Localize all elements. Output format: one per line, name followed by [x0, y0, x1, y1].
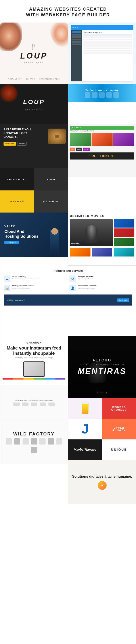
- prod-name-4: Professional Services: [78, 285, 96, 287]
- todo-site: ✓ to do list Things To Do in London & Be…: [68, 124, 136, 177]
- prod-text-1: Cloud & Hosting Reliable cloud hosting s…: [12, 276, 41, 280]
- loup-nav-restaurant[interactable]: RESTAURANT: [8, 78, 22, 80]
- left-col-5: MAMARULA Make your Instagram feed instan…: [0, 336, 68, 504]
- saas-table-row-6: [83, 48, 132, 49]
- loup-nav-experience[interactable]: EXPERIENCE PRIVE: [39, 78, 60, 80]
- saas-sidebar-item-2[interactable]: [72, 34, 81, 36]
- todo-tags: ART BEAT MUSIC: [70, 148, 134, 151]
- client-logo-3: [99, 92, 105, 98]
- saas-dot-2: [75, 27, 76, 28]
- row-5: MAMARULA Make your Instagram feed instan…: [0, 336, 136, 504]
- managed-icon: ⚙: [69, 276, 76, 282]
- loup-nav-cafe[interactable]: LE CAFE: [26, 78, 35, 80]
- loup-logo-area: 🍴 LOUP RESTAURANT: [20, 43, 48, 64]
- saas-table-row-8: [83, 52, 132, 54]
- tile-orange-text: UPPERRUNWAY: [112, 426, 126, 432]
- brand-logo-3: [31, 402, 37, 406]
- saas-sidebar-item-1[interactable]: [72, 31, 81, 33]
- photo-text-3: NEW ARRIVAL: [9, 200, 25, 204]
- right-col-2: ✓ to do list Things To Do in London & Be…: [68, 124, 136, 212]
- movies-extra-1: [70, 248, 90, 256]
- prod-item-2: ⚙ Managed Services Expert managed IT ser…: [69, 276, 132, 282]
- valeo-cta-btn[interactable]: GET A QUOTE: [5, 241, 19, 244]
- contact-cta-btn[interactable]: Get In touch: [117, 298, 129, 302]
- loup-nav: RESTAURANT LE CAFE EXPERIENCE PRIVE: [0, 78, 68, 80]
- photo-item-4: COLLECTIONS: [34, 190, 68, 212]
- brand-logo-2: [22, 402, 29, 406]
- row-2: 1 IN 5 PEOPLE YOU KNOW WILL GET CANCER..…: [0, 124, 136, 212]
- prod-desc-4: Expert consulting and support: [78, 287, 96, 289]
- movies-site: UNLIMITED MOVIES FEATURED: [68, 212, 136, 266]
- loup-dark-mockup: LOUP RESTAURANT: [0, 84, 68, 124]
- movie-thumb-3[interactable]: [114, 238, 134, 246]
- right-col-3: UNLIMITED MOVIES FEATURED: [68, 212, 136, 266]
- saas-sidebar-item-4[interactable]: [72, 39, 81, 40]
- tile-j: J: [68, 419, 102, 439]
- photo-item-3: NEW ARRIVAL: [0, 190, 34, 212]
- saas-sidebar-item-5[interactable]: [72, 41, 81, 43]
- wild-item-2: [14, 438, 20, 444]
- prod-item-1: ☁ Cloud & Hosting Reliable cloud hosting…: [4, 276, 67, 282]
- erp-icon: 📊: [4, 285, 10, 292]
- cancer-donate-btn[interactable]: DONATE: [17, 142, 27, 146]
- prod-desc-3: Enterprise resource planning: [12, 287, 34, 289]
- todo-sub: Things To Do in London & Beyond: [70, 130, 134, 132]
- saas-table-row-2: [83, 39, 132, 40]
- wild-factory-site: WILD FACTORY: [0, 420, 68, 464]
- movie-thumb-2[interactable]: [114, 228, 134, 236]
- saas-table-row-4: [83, 43, 132, 45]
- left-col-3: VALEO Cloud And Hosting Solutions GET A …: [0, 212, 68, 266]
- cancer-learn-btn[interactable]: LEARN MORE: [4, 142, 16, 146]
- loup-dark-tagline: RESTAURANT: [26, 109, 43, 110]
- client-logos: [85, 92, 119, 98]
- wild-item-6: [48, 438, 54, 444]
- prod-item-3: 📊 ERP Application Services Enterprise re…: [4, 285, 67, 292]
- saas-sidebar-item-3[interactable]: [72, 36, 81, 38]
- client-logo-2: [92, 92, 97, 98]
- prod-name-1: Cloud & Hosting: [12, 276, 41, 278]
- movies-extra-2: [92, 248, 112, 256]
- loup-cutlery-icon: 🍴: [20, 43, 48, 50]
- easybuy-site: MAMARULA Make your Instagram feed instan…: [0, 336, 68, 385]
- movie-thumbnails: [114, 220, 134, 246]
- tile-cursive-text: Maybe Therapy: [73, 446, 98, 453]
- wild-item-1: [6, 438, 12, 444]
- right-col-5: FETCHO NUESTRO ÚNICO DISCO PARA LA MENTI…: [68, 336, 136, 504]
- cancer-headline: 1 IN 5 PEOPLE YOU KNOW WILL GET CANCER..…: [4, 128, 35, 139]
- easybuy-headline: Make your Instagram feed instantly shopp…: [3, 345, 65, 356]
- easybuy-brands-label: Trusted by over 1,000 Brands, Bloggers &…: [15, 399, 53, 401]
- photo-item-2: STUDIO: [34, 168, 68, 190]
- cancer-site: 1 IN 5 PEOPLE YOU KNOW WILL GET CANCER..…: [0, 124, 68, 168]
- wild-item-7: [56, 438, 62, 444]
- easybuy-logo: MAMARULA: [27, 342, 41, 344]
- loup-brand: LOUP: [20, 51, 48, 60]
- mentiras-pre-text: NUESTRO ÚNICO DISCO PARA LA: [80, 363, 124, 366]
- tile-unique: UNIQUE: [102, 440, 136, 460]
- band-name: FETCHO: [93, 358, 111, 362]
- todo-tag-3[interactable]: MUSIC: [83, 148, 90, 151]
- page-header: AMAZING WEBSITES CREATED WITH WPBAKERY P…: [0, 0, 136, 22]
- saas-dot-1: [73, 27, 74, 28]
- brand-logo-4: [40, 402, 46, 406]
- saas-sidebar-item-6[interactable]: [72, 44, 81, 45]
- movies-more-row: [70, 248, 134, 256]
- easybuy-device-mockup: [23, 362, 45, 377]
- wild-product-items: [3, 438, 65, 453]
- valeo-headline: Cloud And Hosting Solutions: [5, 229, 40, 239]
- row-1: 🍴 LOUP RESTAURANT RESTAURANT LE CAFE EXP…: [0, 22, 136, 124]
- mentiras-site: FETCHO NUESTRO ÚNICO DISCO PARA LA MENTI…: [68, 336, 136, 398]
- musica-nav: MUSICA: [97, 392, 107, 394]
- brand-logo-1: [13, 402, 20, 406]
- movie-thumb-1[interactable]: [114, 220, 134, 228]
- todo-tag-1[interactable]: ART: [70, 148, 75, 151]
- contact-banner: Is Cloud Hosting Right? Get In touch: [4, 294, 132, 306]
- todo-tag-2[interactable]: BEAT: [76, 148, 82, 151]
- site-loup-mockup: 🍴 LOUP RESTAURANT RESTAURANT LE CAFE EXP…: [0, 22, 68, 124]
- easybuy-brands-section: Trusted by over 1,000 Brands, Bloggers &…: [0, 385, 68, 420]
- todo-img-1: [70, 133, 91, 146]
- saas-dot-3: [77, 27, 78, 28]
- prod-text-3: ERP Application Services Enterprise reso…: [12, 285, 34, 289]
- site-saas-mockup: The power to simplify: [68, 22, 136, 124]
- wild-item-3: [23, 438, 29, 444]
- saas-clients-banner: You're in great company: [68, 84, 136, 102]
